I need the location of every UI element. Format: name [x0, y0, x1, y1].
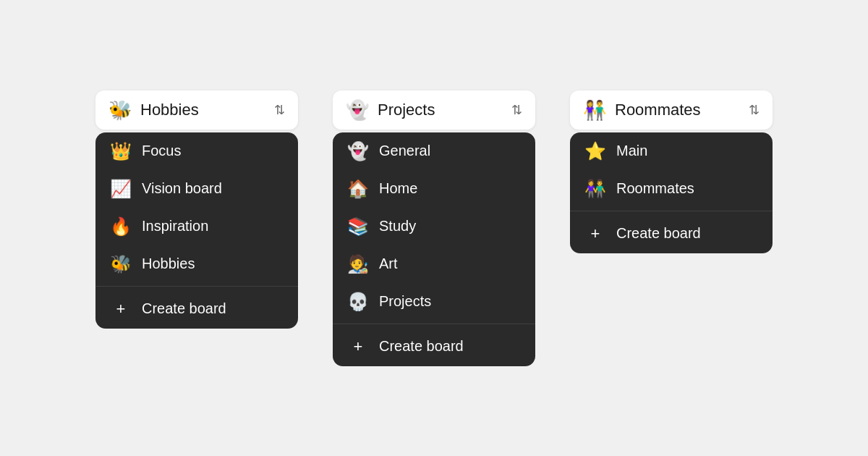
hobbies-menu: 👑 Focus 📈 Vision board 🔥 Inspiration 🐝 H…	[95, 132, 298, 329]
roommates-trigger-emoji: 👫	[583, 101, 606, 119]
general-emoji-icon: 👻	[347, 143, 369, 160]
roommates-item-roommates[interactable]: 👫 Roommates	[570, 170, 773, 208]
main-emoji-icon: ⭐	[584, 143, 606, 160]
projects-chevron-icon: ⇅	[511, 102, 522, 118]
roommates-emoji-icon: 👫	[584, 180, 606, 198]
hobbies-trigger-emoji: 🐝	[109, 101, 132, 119]
projects-plus-icon: +	[347, 337, 369, 356]
hobbies-trigger[interactable]: 🐝 Hobbies ⇅	[95, 90, 298, 130]
visionboard-emoji-icon: 📈	[110, 180, 132, 198]
projects-item-art[interactable]: 🧑‍🎨 Art	[333, 245, 535, 283]
focus-emoji-icon: 👑	[110, 143, 132, 160]
roommates-create-board-label: Create board	[616, 225, 701, 242]
roommates-trigger[interactable]: 👫 Roommates ⇅	[570, 90, 773, 130]
hobbies-item-inspiration[interactable]: 🔥 Inspiration	[95, 208, 298, 245]
projects-trigger-emoji: 👻	[346, 101, 369, 119]
projects-emoji-icon: 💀	[347, 293, 369, 311]
projects-create-board[interactable]: + Create board	[333, 327, 535, 366]
art-label: Art	[379, 256, 398, 272]
hobbies-emoji-icon: 🐝	[110, 256, 132, 273]
projects-trigger-label: Projects	[378, 101, 503, 119]
projects-item-label: Projects	[379, 293, 431, 310]
projects-divider	[333, 324, 535, 324]
study-emoji-icon: 📚	[347, 218, 369, 235]
hobbies-create-board[interactable]: + Create board	[95, 290, 298, 329]
visionboard-label: Vision board	[142, 180, 222, 197]
focus-label: Focus	[142, 143, 181, 159]
hobbies-dropdown-wrapper: 🐝 Hobbies ⇅ 👑 Focus 📈 Vision board 🔥 Ins…	[95, 90, 298, 329]
main-label: Main	[616, 143, 647, 159]
study-label: Study	[379, 218, 416, 235]
roommates-trigger-label: Roommates	[615, 101, 740, 119]
art-emoji-icon: 🧑‍🎨	[347, 256, 369, 273]
roommates-item-main[interactable]: ⭐ Main	[570, 132, 773, 170]
projects-create-board-label: Create board	[379, 338, 464, 355]
projects-trigger[interactable]: 👻 Projects ⇅	[333, 90, 535, 130]
roommates-divider	[570, 211, 773, 211]
general-label: General	[379, 143, 430, 159]
projects-item-study[interactable]: 📚 Study	[333, 208, 535, 245]
dropdowns-container: 🐝 Hobbies ⇅ 👑 Focus 📈 Vision board 🔥 Ins…	[95, 90, 773, 366]
roommates-dropdown-wrapper: 👫 Roommates ⇅ ⭐ Main 👫 Roommates + Creat…	[570, 90, 773, 253]
hobbies-chevron-icon: ⇅	[274, 102, 285, 118]
projects-dropdown-wrapper: 👻 Projects ⇅ 👻 General 🏠 Home 📚 Study 🧑‍…	[333, 90, 535, 366]
hobbies-create-board-label: Create board	[142, 300, 226, 317]
hobbies-item-focus[interactable]: 👑 Focus	[95, 132, 298, 170]
inspiration-label: Inspiration	[142, 218, 208, 235]
roommates-create-board[interactable]: + Create board	[570, 214, 773, 253]
hobbies-item-label: Hobbies	[142, 256, 195, 272]
roommates-menu: ⭐ Main 👫 Roommates + Create board	[570, 132, 773, 253]
projects-item-home[interactable]: 🏠 Home	[333, 170, 535, 208]
home-emoji-icon: 🏠	[347, 180, 369, 198]
projects-item-projects[interactable]: 💀 Projects	[333, 283, 535, 321]
roommates-chevron-icon: ⇅	[749, 102, 760, 118]
hobbies-divider	[95, 286, 298, 287]
hobbies-trigger-label: Hobbies	[140, 101, 265, 119]
projects-menu: 👻 General 🏠 Home 📚 Study 🧑‍🎨 Art 💀 Proje…	[333, 132, 535, 366]
home-label: Home	[379, 180, 417, 197]
hobbies-plus-icon: +	[110, 300, 132, 318]
inspiration-emoji-icon: 🔥	[110, 218, 132, 235]
roommates-plus-icon: +	[584, 224, 606, 243]
hobbies-item-hobbies[interactable]: 🐝 Hobbies	[95, 245, 298, 283]
hobbies-item-visionboard[interactable]: 📈 Vision board	[95, 170, 298, 208]
roommates-item-label: Roommates	[616, 180, 694, 197]
projects-item-general[interactable]: 👻 General	[333, 132, 535, 170]
